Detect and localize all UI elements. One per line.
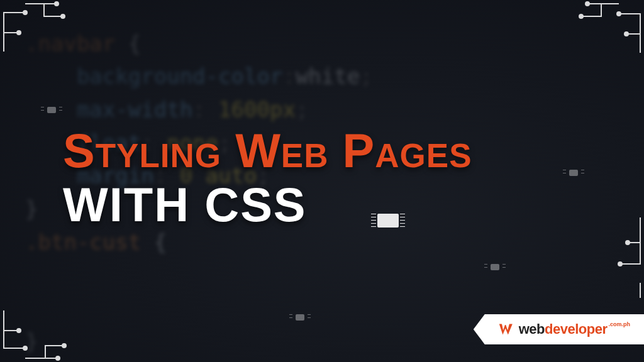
svg-point-0 (23, 11, 27, 14)
code-property: max-width (77, 97, 192, 122)
circuit-corner-icon (543, 0, 644, 57)
code-property: background-color (77, 63, 283, 89)
headline: Styling Web Pages with CSS (63, 126, 594, 233)
banner-stage: .navbar { background-color:white; max-wi… (0, 0, 644, 362)
svg-point-3 (61, 14, 65, 18)
svg-point-1 (17, 31, 21, 35)
svg-point-11 (62, 344, 66, 348)
chip-icon (296, 314, 304, 321)
brand-name: webdeveloper.com.ph (519, 321, 630, 337)
circuit-corner-icon (0, 0, 88, 57)
svg-point-4 (617, 12, 621, 16)
brand-word2: developer (545, 321, 607, 337)
headline-line1: Styling Web Pages (63, 126, 594, 176)
svg-point-6 (586, 2, 589, 6)
chip-icon (47, 107, 56, 113)
svg-point-13 (626, 241, 630, 244)
svg-point-7 (579, 14, 583, 18)
code-selector: .navbar (25, 31, 115, 56)
svg-point-2 (55, 2, 58, 6)
svg-point-5 (625, 32, 628, 36)
chip-icon (491, 264, 499, 270)
svg-point-10 (56, 356, 60, 360)
brand-logo-icon (497, 321, 515, 338)
circuit-corner-icon (0, 305, 88, 362)
brand-word1: web (519, 321, 545, 337)
svg-point-8 (23, 346, 27, 350)
svg-point-12 (618, 262, 622, 266)
headline-line2: with CSS (63, 176, 594, 233)
svg-point-9 (17, 329, 21, 332)
brand-tld: .com.ph (608, 321, 630, 327)
brand-badge: webdeveloper.com.ph (474, 314, 644, 344)
